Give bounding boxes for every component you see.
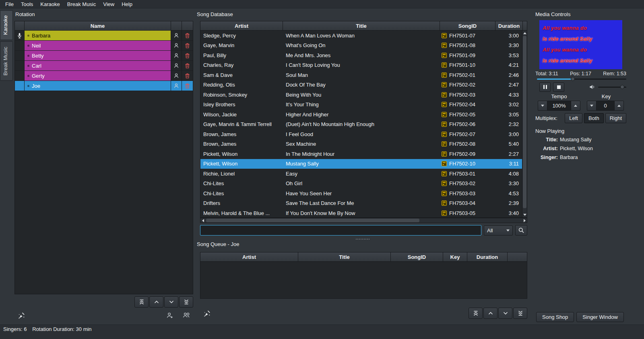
multiplex-left-button[interactable]: Left	[565, 113, 582, 123]
rotation-singer-row[interactable]: Betty	[15, 51, 193, 61]
volume-slider-handle[interactable]	[620, 85, 624, 89]
rotation-move-to-top-button[interactable]	[134, 296, 149, 308]
tempo-decrease-button[interactable]	[538, 101, 547, 111]
singer-window-button[interactable]: Singer Window	[576, 312, 623, 322]
rotation-move-up-button[interactable]	[149, 296, 163, 308]
song-row[interactable]: Melvin, Harold & The Blue ...If You Don'…	[200, 208, 527, 218]
song-row[interactable]: Chi-LitesHave You Seen HerFH7503-034:53	[200, 188, 527, 198]
scroll-up-arrow[interactable]	[522, 31, 527, 35]
singer-regular-icon[interactable]	[171, 61, 182, 70]
vertical-scrollbar[interactable]	[522, 31, 527, 217]
pause-button[interactable]	[539, 83, 551, 92]
queue-column-header-key[interactable]: Key	[443, 252, 467, 261]
rotation-move-down-button[interactable]	[164, 296, 178, 308]
menu-item-help[interactable]: Help	[118, 0, 136, 8]
clear-queue-button[interactable]	[200, 307, 214, 320]
queue-column-header-artist[interactable]: Artist	[200, 252, 298, 261]
singer-regular-icon[interactable]	[171, 81, 182, 91]
side-tab-break-music[interactable]: Break Music	[0, 41, 13, 81]
splitter-handle[interactable]	[356, 239, 369, 240]
queue-column-header-title[interactable]: Title	[298, 252, 391, 261]
column-header-title[interactable]: Title	[283, 21, 440, 30]
singer-delete-icon[interactable]	[182, 41, 193, 50]
key-value[interactable]: 0	[597, 101, 614, 111]
singer-regular-icon[interactable]	[171, 71, 182, 81]
key-increase-button[interactable]	[614, 101, 624, 111]
song-row[interactable]: Sledge, PercyWhen A Man Loves A WomanFH7…	[200, 31, 527, 41]
vertical-scrollbar-thumb[interactable]	[523, 36, 526, 208]
queue-move-up-button[interactable]	[483, 308, 497, 319]
song-search-input[interactable]	[200, 225, 481, 236]
volume-slider[interactable]	[598, 85, 626, 89]
song-row[interactable]: Pickett, WilsonIn The Midnight HourFH750…	[200, 149, 527, 159]
horizontal-scrollbar-thumb[interactable]	[206, 219, 419, 222]
song-row[interactable]: Gaye, Marvin & Tammi Terrell(Duet) Ain't…	[200, 120, 527, 130]
scroll-right-arrow[interactable]	[522, 218, 527, 223]
side-tab-karaoke[interactable]: Karaoke	[0, 10, 13, 40]
song-shop-button[interactable]: Song Shop	[536, 312, 574, 322]
rotation-singer-row[interactable]: Gerty	[15, 71, 193, 81]
rotation-singer-row[interactable]: Barbara	[15, 31, 193, 41]
column-header-duration[interactable]: Duration	[495, 21, 523, 30]
song-row[interactable]: Chi-LitesOh GirlFH7503-023:30	[200, 179, 527, 189]
key-decrease-button[interactable]	[587, 101, 597, 111]
queue-move-to-top-button[interactable]	[469, 308, 483, 319]
queue-column-header-songid[interactable]: SongID	[391, 252, 443, 261]
queue-move-to-bottom-button[interactable]	[513, 308, 527, 319]
clear-rotation-button[interactable]	[14, 309, 28, 322]
song-id: FH7501-07	[449, 33, 475, 39]
position-slider-handle[interactable]	[571, 77, 575, 81]
regular-singers-button[interactable]	[180, 309, 193, 322]
singer-delete-icon[interactable]	[182, 71, 193, 81]
song-row[interactable]: DriftersSave The Last Dance For MeFH7503…	[200, 198, 527, 209]
menu-item-file[interactable]: File	[2, 0, 17, 8]
song-row[interactable]: Redding, OtisDock Of The BayFH7502-022:4…	[200, 80, 527, 90]
rotation-singer-row[interactable]: Carl	[15, 61, 193, 71]
singer-delete-icon[interactable]	[182, 31, 193, 40]
song-row[interactable]: Isley BrothersIt's Your ThingFH7502-043:…	[200, 100, 527, 110]
song-row[interactable]: Brown, JamesI Feel GoodFH7502-073:00	[200, 129, 527, 139]
rotation-singer-row[interactable]: Neil	[15, 41, 193, 51]
song-row[interactable]: Paul, BillyMe And Mrs. JonesFH7501-093:5…	[200, 50, 527, 60]
column-header-songid[interactable]: SongID	[440, 21, 495, 30]
column-header-artist[interactable]: Artist	[200, 21, 283, 30]
singer-color-bullet	[27, 35, 29, 37]
song-row[interactable]: Gaye, MarvinWhat's Going OnFH7501-083:30	[200, 41, 527, 51]
scroll-left-arrow[interactable]	[200, 218, 205, 223]
song-row[interactable]: Richie, LionelEasyFH7503-014:08	[200, 169, 527, 179]
tempo-increase-button[interactable]	[571, 101, 580, 111]
multiplex-right-button[interactable]: Right	[605, 113, 626, 123]
singer-delete-icon[interactable]	[182, 51, 193, 60]
search-button[interactable]	[515, 225, 527, 236]
menu-item-view[interactable]: View	[99, 0, 118, 8]
horizontal-scrollbar[interactable]	[200, 218, 527, 223]
rotation-singer-row[interactable]: Joe	[15, 81, 193, 91]
queue-column-header-duration[interactable]: Duration	[467, 252, 508, 261]
search-filter-dropdown[interactable]: All	[484, 225, 513, 236]
singer-regular-icon[interactable]	[171, 41, 182, 50]
song-row[interactable]: Pickett, WilsonMustang SallyFH7502-103:1…	[200, 159, 527, 169]
multiplex-both-button[interactable]: Both	[584, 113, 604, 123]
rotation-move-to-bottom-button[interactable]	[179, 296, 193, 308]
scroll-down-arrow[interactable]	[522, 213, 527, 217]
song-row[interactable]: Wilson, JackieHigher And HigherFH7502-05…	[200, 110, 527, 120]
singer-regular-icon[interactable]	[171, 51, 182, 60]
position-slider[interactable]	[537, 76, 626, 81]
menu-item-karaoke[interactable]: Karaoke	[37, 0, 63, 8]
menu-item-break-music[interactable]: Break Music	[64, 0, 100, 8]
song-row[interactable]: Charles, RayI Can't Stop Loving YouFH750…	[200, 60, 527, 70]
mic-column-header	[15, 21, 25, 30]
singer-delete-icon[interactable]	[182, 81, 193, 91]
stop-button[interactable]	[553, 83, 564, 92]
media-bottom-buttons: Song Shop Singer Window	[536, 312, 624, 322]
tempo-value[interactable]: 100%	[547, 101, 571, 111]
singer-regular-icon[interactable]	[171, 31, 182, 40]
song-row[interactable]: Brown, JamesSex MachineFH7502-085:40	[200, 139, 527, 149]
add-singer-button[interactable]	[163, 309, 176, 322]
menu-item-tools[interactable]: Tools	[17, 0, 37, 8]
song-row[interactable]: Robinson, SmokeyBeing With YouFH7502-034…	[200, 90, 527, 100]
singer-delete-icon[interactable]	[182, 61, 193, 70]
song-row[interactable]: Sam & DaveSoul ManFH7502-012:46	[200, 70, 527, 80]
queue-move-down-button[interactable]	[498, 308, 512, 319]
queue-move-buttons	[469, 308, 527, 319]
